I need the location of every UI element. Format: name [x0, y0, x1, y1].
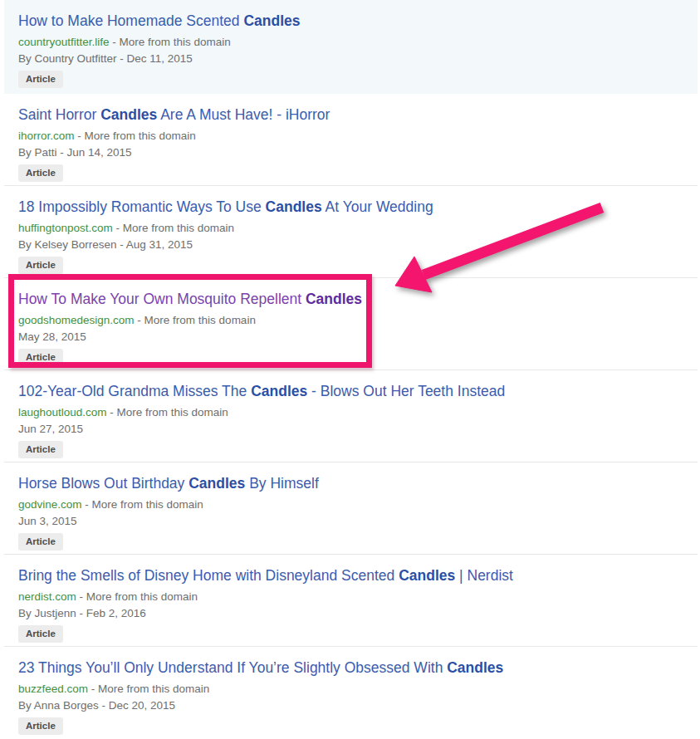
result-title-keyword: Candles — [447, 659, 503, 676]
article-badge: Article — [18, 717, 63, 735]
result-source-line: huffingtonpost.com - More from this doma… — [18, 220, 681, 237]
more-from-domain-link[interactable]: More from this domain — [123, 222, 234, 234]
result-source-line: countryoutfitter.life - More from this d… — [18, 34, 681, 51]
result-title-text-after: By Himself — [245, 475, 318, 492]
result-title-keyword: Candles — [266, 198, 322, 215]
result-title-link[interactable]: How to Make Homemade Scented Candles — [18, 11, 681, 32]
result-title-link[interactable]: Bring the Smells of Disney Home with Dis… — [18, 565, 681, 586]
result-source-line: nerdist.com - More from this domain — [18, 589, 681, 605]
result-domain-link[interactable]: countryoutfitter.life — [18, 36, 110, 48]
search-results-list: How to Make Homemade Scented Candles cou… — [0, 0, 700, 738]
result-title-keyword: Candles — [251, 383, 307, 399]
result-title-text: Saint Horror — [18, 106, 100, 123]
result-title-link[interactable]: Saint Horror Candles Are A Must Have! - … — [18, 105, 681, 125]
result-domain-link[interactable]: ihorror.com — [18, 130, 75, 142]
result-row: 102-Year-Old Grandma Misses The Candles … — [4, 370, 698, 462]
more-from-domain-link[interactable]: More from this domain — [120, 36, 231, 48]
article-badge: Article — [18, 625, 63, 643]
result-title-text: 102-Year-Old Grandma Misses The — [18, 383, 251, 399]
result-source-line: goodshomedesign.com - More from this dom… — [18, 312, 681, 329]
result-domain-link[interactable]: nerdist.com — [18, 590, 76, 603]
separator: - — [110, 36, 120, 48]
separator: - — [135, 314, 144, 326]
result-domain-link[interactable]: goodshomedesign.com — [18, 314, 135, 326]
result-byline: By Patti - Jun 14, 2015 — [18, 144, 681, 161]
result-title-text-after: Are A Must Have! - iHorror — [157, 106, 330, 123]
result-row: 18 Impossibly Romantic Ways To Use Candl… — [4, 185, 698, 277]
result-title-link[interactable]: 102-Year-Old Grandma Misses The Candles … — [18, 381, 681, 402]
article-badge: Article — [18, 533, 63, 551]
result-title-text: 23 Things You’ll Only Understand If You’… — [18, 659, 447, 676]
article-badge: Article — [18, 349, 63, 366]
result-title-link[interactable]: How To Make Your Own Mosquito Repellent … — [18, 289, 681, 310]
separator: - — [88, 683, 98, 695]
result-title-keyword: Candles — [306, 291, 362, 307]
separator: - — [107, 406, 117, 418]
result-byline: By Justjenn - Feb 2, 2016 — [18, 605, 681, 622]
more-from-domain-link[interactable]: More from this domain — [98, 683, 209, 695]
result-title-text: How to Make Homemade Scented — [18, 12, 243, 29]
result-title-keyword: Candles — [399, 567, 455, 584]
article-badge: Article — [18, 441, 63, 458]
result-title-keyword: Candles — [188, 475, 245, 492]
result-title-link[interactable]: Horse Blows Out Birthday Candles By Hims… — [18, 473, 681, 494]
result-byline: Jun 27, 2015 — [18, 421, 681, 438]
result-row: Saint Horror Candles Are A Must Have! - … — [4, 94, 698, 185]
result-byline: By Country Outfitter - Dec 11, 2015 — [18, 51, 681, 67]
more-from-domain-link[interactable]: More from this domain — [144, 314, 256, 326]
result-domain-link[interactable]: buzzfeed.com — [18, 683, 88, 695]
separator: - — [82, 498, 92, 511]
result-byline: May 28, 2015 — [18, 329, 681, 345]
result-title-text-after: At Your Wedding — [322, 198, 433, 215]
result-title-text: 18 Impossibly Romantic Ways To Use — [18, 198, 266, 215]
more-from-domain-link[interactable]: More from this domain — [92, 498, 203, 511]
result-source-line: godvine.com - More from this domain — [18, 497, 681, 513]
result-byline: By Kelsey Borresen - Aug 31, 2015 — [18, 237, 681, 253]
result-title-text-after: - Blows Out Her Teeth Instead — [307, 383, 505, 399]
result-title-text: How To Make Your Own Mosquito Repellent — [18, 291, 306, 307]
result-byline: By Anna Borges - Dec 20, 2015 — [18, 697, 681, 714]
more-from-domain-link[interactable]: More from this domain — [117, 406, 228, 418]
result-source-line: buzzfeed.com - More from this domain — [18, 681, 681, 697]
result-domain-link[interactable]: laughoutloud.com — [18, 406, 107, 418]
result-row: Bring the Smells of Disney Home with Dis… — [4, 554, 698, 646]
result-title-text: Bring the Smells of Disney Home with Dis… — [18, 567, 399, 584]
result-title-keyword: Candles — [100, 106, 157, 123]
result-domain-link[interactable]: huffingtonpost.com — [18, 222, 113, 234]
separator: - — [76, 590, 86, 603]
article-badge: Article — [18, 257, 63, 274]
result-title-link[interactable]: 18 Impossibly Romantic Ways To Use Candl… — [18, 197, 681, 218]
result-domain-link[interactable]: godvine.com — [18, 498, 82, 511]
result-source-line: ihorror.com - More from this domain — [18, 128, 681, 144]
result-title-link[interactable]: 23 Things You’ll Only Understand If You’… — [18, 658, 681, 678]
more-from-domain-link[interactable]: More from this domain — [86, 590, 198, 603]
result-row: How to Make Homemade Scented Candles cou… — [4, 0, 698, 94]
result-title-keyword: Candles — [243, 12, 300, 29]
result-row: Horse Blows Out Birthday Candles By Hims… — [4, 462, 698, 554]
result-row: 23 Things You’ll Only Understand If You’… — [4, 646, 698, 738]
result-title-text-after: | Nerdist — [455, 567, 513, 584]
result-row-highlighted: How To Make Your Own Mosquito Repellent … — [4, 277, 698, 370]
article-badge: Article — [18, 71, 63, 88]
separator: - — [113, 222, 123, 234]
result-title-text: Horse Blows Out Birthday — [18, 475, 188, 492]
more-from-domain-link[interactable]: More from this domain — [85, 130, 196, 142]
result-source-line: laughoutloud.com - More from this domain — [18, 404, 681, 421]
separator: - — [75, 130, 85, 142]
article-badge: Article — [18, 164, 63, 182]
result-byline: Jun 3, 2015 — [18, 513, 681, 530]
